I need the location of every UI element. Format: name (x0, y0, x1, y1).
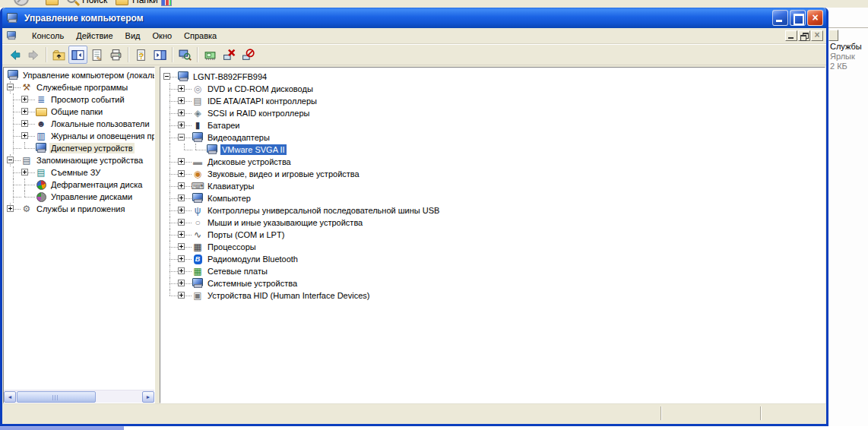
tree-item[interactable]: Системные устройства (160, 277, 825, 289)
tree-item[interactable]: Радиомодули Bluetooth (160, 253, 825, 265)
expand-icon[interactable] (178, 292, 185, 299)
tree-item[interactable]: Диспетчер устройств (4, 142, 154, 154)
print-button[interactable] (106, 46, 125, 64)
show-hide-action-pane-button[interactable] (150, 46, 169, 64)
bluetooth-icon (192, 253, 204, 265)
menu-окно[interactable]: Окно (147, 29, 179, 43)
tree-item[interactable]: Служебные программы (4, 81, 154, 93)
computer-device-icon (192, 192, 204, 204)
tree-item[interactable]: DVD и CD-ROM дисководы (160, 83, 825, 95)
tree-item[interactable]: Просмотр событий (4, 93, 154, 106)
screen: Поиск Папки Службы Ярлык 2 КБ Управление… (0, 0, 868, 430)
tree-item[interactable]: Службы и приложения (4, 203, 154, 215)
ports-icon (192, 229, 204, 241)
tree-item-label: Клавиатуры (206, 181, 255, 191)
back-button[interactable] (5, 46, 24, 64)
help-button[interactable]: ? (131, 46, 150, 64)
expand-icon[interactable] (21, 96, 28, 103)
menu-консоль[interactable]: Консоль (26, 29, 70, 43)
tree-item[interactable]: Сетевые платы (160, 265, 825, 277)
mdi-restore-button[interactable] (798, 30, 810, 41)
tree-item[interactable]: Звуковые, видео и игровые устройства (160, 168, 825, 180)
uninstall-device-button[interactable] (239, 46, 258, 64)
menu-справка[interactable]: Справка (178, 29, 223, 43)
expand-icon[interactable] (21, 120, 28, 127)
expand-icon[interactable] (178, 85, 185, 92)
expand-icon[interactable] (21, 132, 28, 139)
tree-item[interactable]: Порты (COM и LPT) (160, 229, 825, 241)
tree-item[interactable]: Дисковые устройства (160, 156, 825, 168)
expand-icon[interactable] (178, 207, 185, 213)
menu-действие[interactable]: Действие (70, 29, 119, 43)
tree-item[interactable]: Локальные пользователи (4, 118, 154, 130)
collapse-icon[interactable] (7, 157, 14, 163)
tree-item[interactable]: VMware SVGA II (160, 144, 825, 156)
scroll-right-button[interactable]: ► (142, 391, 154, 403)
collapse-icon[interactable] (7, 84, 14, 90)
tree-item[interactable]: Запоминающие устройства (4, 154, 154, 166)
tree-guide (7, 130, 21, 142)
tree-item[interactable]: Общие папки (4, 106, 154, 118)
title-bar[interactable]: Управление компьютером × (2, 8, 826, 28)
tree-item[interactable]: Контроллеры универсальной последовательн… (160, 204, 825, 217)
expand-icon[interactable] (178, 255, 185, 262)
expand-icon[interactable] (178, 109, 185, 116)
tree-item[interactable]: SCSI и RAID контроллеры (160, 107, 825, 119)
tree-item[interactable]: Видеоадаптеры (160, 131, 825, 144)
menu-вид[interactable]: Вид (119, 29, 147, 43)
tree-item[interactable]: Управление дисками (4, 191, 154, 203)
sound-icon (192, 168, 204, 180)
expand-icon[interactable] (7, 205, 14, 212)
tree-connector (178, 168, 192, 180)
update-driver-button[interactable] (201, 46, 220, 64)
expand-icon[interactable] (178, 170, 185, 177)
tree-connector (21, 166, 35, 179)
scroll-left-button[interactable]: ◄ (4, 391, 16, 403)
search-icon (67, 0, 76, 3)
scrollbar-track[interactable] (16, 391, 142, 403)
expand-icon[interactable] (178, 194, 185, 201)
disable-device-button[interactable] (220, 46, 239, 64)
expand-icon[interactable] (178, 219, 185, 226)
collapse-icon[interactable] (178, 134, 185, 141)
tree-guide (163, 156, 178, 168)
tree-item[interactable]: Мыши и иные указывающие устройства (160, 217, 825, 229)
tree-item[interactable]: Устройства HID (Human Interface Devices) (160, 289, 825, 302)
tree-item[interactable]: LGNT-B892FFB994 (160, 71, 825, 83)
tree-item[interactable]: Компьютер (160, 192, 825, 204)
scrollbar-thumb[interactable] (17, 391, 96, 403)
up-button[interactable] (49, 46, 68, 64)
tree-connector (178, 131, 192, 144)
expand-icon[interactable] (178, 267, 185, 274)
minimize-button[interactable] (772, 10, 788, 26)
expand-icon[interactable] (178, 97, 185, 104)
expand-icon[interactable] (178, 280, 185, 286)
maximize-button[interactable] (790, 10, 806, 26)
tree-item[interactable]: IDE ATA/ATAPI контроллеры (160, 95, 825, 107)
expand-icon[interactable] (178, 182, 185, 189)
expand-icon[interactable] (21, 169, 28, 175)
tree-item[interactable]: Процессоры (160, 241, 825, 253)
tree-item[interactable]: Клавиатуры (160, 180, 825, 192)
collapse-icon[interactable] (163, 73, 170, 80)
mdi-close-button[interactable]: × (811, 30, 823, 41)
tree-item[interactable]: Дефрагментация диска (4, 179, 154, 191)
expand-icon[interactable] (178, 231, 185, 238)
properties-button[interactable] (87, 46, 106, 64)
expand-icon[interactable] (178, 158, 185, 165)
tree-item[interactable]: Управление компьютером (локаль (4, 69, 154, 81)
tree-guide (163, 107, 178, 119)
scan-hardware-changes-button[interactable] (176, 46, 195, 64)
expand-icon[interactable] (21, 108, 28, 115)
tree-item[interactable]: Журналы и оповещения пр (4, 130, 154, 142)
tree-item[interactable]: Съемные ЗУ (4, 166, 154, 179)
tree-item[interactable]: Батареи (160, 119, 825, 131)
forward-button[interactable] (24, 46, 43, 64)
show-hide-console-tree-button[interactable] (68, 46, 87, 64)
content-area: Управление компьютером (локальСлужебные … (2, 65, 826, 403)
expand-icon[interactable] (178, 122, 185, 128)
close-button[interactable]: × (807, 10, 823, 26)
horizontal-scrollbar[interactable]: ◄ ► (4, 390, 154, 403)
expand-icon[interactable] (178, 243, 185, 250)
mdi-minimize-button[interactable] (785, 30, 797, 41)
